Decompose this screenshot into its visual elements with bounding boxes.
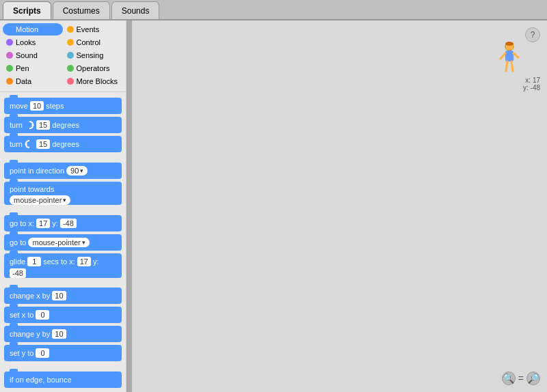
events-dot <box>67 26 74 33</box>
sensing-dot <box>67 52 74 59</box>
category-grid: Motion Events Looks Control Sound Sensin… <box>0 20 126 90</box>
spacer-3 <box>4 281 122 285</box>
help-button[interactable]: ? <box>525 27 540 42</box>
svg-line-8 <box>511 61 513 71</box>
sprite-coords: x: 17 y: -48 <box>523 76 540 92</box>
block-set-y[interactable]: set y to 0 <box>4 345 122 361</box>
category-sensing[interactable]: Sensing <box>64 49 124 61</box>
block-change-x[interactable]: change x by 10 <box>4 288 122 304</box>
tab-sounds[interactable]: Sounds <box>111 1 160 19</box>
sprite <box>499 41 520 75</box>
turn-ccw-icon <box>25 139 34 149</box>
category-pen[interactable]: Pen <box>3 62 63 74</box>
category-more-blocks[interactable]: More Blocks <box>64 75 124 87</box>
block-go-to-xy[interactable]: go to x: 17 y: -48 <box>4 215 122 232</box>
category-operators[interactable]: Operators <box>64 62 124 74</box>
block-turn-ccw[interactable]: turn 15 degrees <box>4 136 122 152</box>
more-blocks-dot <box>67 78 74 85</box>
operators-dot <box>67 65 74 72</box>
category-looks[interactable]: Looks <box>3 36 63 48</box>
category-data[interactable]: Data <box>3 75 63 87</box>
category-control[interactable]: Control <box>64 36 124 48</box>
stage-area: ? x: 17 y: -48 🔍 <box>132 20 547 392</box>
block-glide[interactable]: glide 1 secs to x: 17 y: -48 <box>4 253 122 278</box>
tab-scripts[interactable]: Scripts <box>3 1 51 19</box>
turn-cw-icon <box>25 120 34 130</box>
block-if-on-edge[interactable]: if on edge, bounce <box>4 372 122 388</box>
zoom-out-button[interactable]: 🔍 <box>502 372 516 385</box>
tab-bar: Scripts Costumes Sounds <box>0 0 547 20</box>
block-point-direction[interactable]: point in direction 90 <box>4 163 122 179</box>
zoom-in-button[interactable]: 🔍 <box>526 372 540 385</box>
svg-line-6 <box>513 53 518 57</box>
zoom-controls: 🔍 = 🔍 <box>502 372 540 385</box>
control-dot <box>67 39 74 46</box>
block-move[interactable]: move 10 steps <box>4 98 122 114</box>
block-turn-cw[interactable]: turn 15 degrees <box>4 117 122 133</box>
block-go-to[interactable]: go to mouse-pointer <box>4 234 122 251</box>
category-sound[interactable]: Sound <box>3 49 63 61</box>
sound-dot <box>6 52 13 59</box>
block-change-y[interactable]: change y by 10 <box>4 326 122 342</box>
block-set-x[interactable]: set x to 0 <box>4 307 122 323</box>
category-events[interactable]: Events <box>64 23 124 36</box>
spacer-4 <box>4 364 122 369</box>
svg-line-5 <box>501 53 505 59</box>
motion-dot <box>6 26 13 33</box>
category-motion[interactable]: Motion <box>3 23 63 36</box>
category-divider <box>0 92 126 92</box>
blocks-area: move 10 steps turn 15 degrees turn <box>0 94 126 392</box>
data-dot <box>6 78 13 85</box>
zoom-reset-button[interactable]: = <box>518 373 524 384</box>
svg-point-3 <box>505 42 513 46</box>
tab-costumes[interactable]: Costumes <box>53 1 110 19</box>
spacer-2 <box>4 208 122 212</box>
pen-dot <box>6 65 13 72</box>
block-point-towards[interactable]: point towards mouse-pointer <box>4 182 122 205</box>
main-layout: Motion Events Looks Control Sound Sensin… <box>0 20 547 392</box>
sprite-svg <box>499 41 520 75</box>
left-panel: Motion Events Looks Control Sound Sensin… <box>0 20 126 392</box>
panel-divider <box>126 20 132 392</box>
spacer-1 <box>4 155 122 160</box>
looks-dot <box>6 39 13 46</box>
svg-rect-4 <box>505 51 513 61</box>
svg-line-7 <box>506 61 507 71</box>
